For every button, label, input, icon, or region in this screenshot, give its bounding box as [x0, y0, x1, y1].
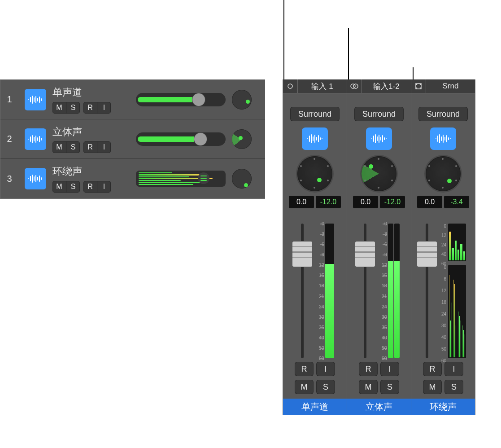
peak-readout[interactable]: -12.0 — [316, 196, 341, 208]
input-label: Srnd — [426, 82, 475, 91]
stereo-circles-icon — [347, 79, 362, 93]
mute-button[interactable]: M — [52, 141, 66, 153]
output-selector[interactable]: Surround — [418, 107, 468, 121]
audio-waveform-icon[interactable] — [25, 89, 46, 110]
mini-scale-bot: 0612182430405060 — [435, 265, 447, 358]
track-name[interactable]: 立体声 — [52, 125, 133, 139]
mute-button[interactable]: M — [423, 380, 442, 394]
input-monitor-button[interactable]: I — [97, 181, 111, 193]
record-input-pair: R I — [83, 102, 111, 114]
input-monitor-button[interactable]: I — [316, 362, 335, 376]
solo-button[interactable]: S — [444, 380, 463, 394]
channel-strip-mono: 输入 1 Surround 0.0 -12.0 0369121518212430… — [283, 79, 347, 415]
record-input-pair: R I — [83, 181, 111, 193]
mute-button[interactable]: M — [52, 181, 66, 193]
volume-fader[interactable] — [420, 224, 434, 358]
peak-readout[interactable]: -12.0 — [380, 196, 405, 208]
audio-waveform-icon[interactable] — [366, 127, 392, 150]
record-enable-button[interactable]: R — [83, 102, 97, 114]
volume-fader[interactable] — [296, 224, 309, 358]
mini-scale-top: 012244060 — [435, 224, 447, 261]
surround-panner[interactable] — [297, 156, 332, 191]
gain-readout[interactable]: 0.0 — [289, 196, 314, 208]
input-label: 输入 1 — [298, 81, 347, 92]
track-name[interactable]: 单声道 — [52, 86, 133, 99]
record-enable-button[interactable]: R — [83, 141, 97, 153]
channel-name[interactable]: 环绕声 — [411, 399, 475, 415]
input-selector[interactable]: 输入1-2 — [347, 79, 411, 93]
track-number: 3 — [0, 174, 18, 184]
solo-button[interactable]: S — [66, 102, 80, 114]
channel-name[interactable]: 立体声 — [347, 399, 411, 415]
level-meter-stereo — [388, 224, 400, 358]
input-monitor-button[interactable]: I — [97, 102, 111, 114]
solo-button[interactable]: S — [316, 380, 335, 394]
record-input-pair: R I — [83, 141, 111, 153]
volume-slider[interactable] — [136, 132, 226, 146]
surround-meter-upper — [448, 224, 466, 261]
fader-cap[interactable] — [292, 242, 312, 267]
input-monitor-button[interactable]: I — [444, 362, 463, 376]
mute-button[interactable]: M — [359, 380, 378, 394]
peak-readout[interactable]: -3.4 — [444, 196, 469, 208]
svg-point-24 — [288, 84, 292, 88]
output-selector[interactable]: Surround — [354, 107, 404, 121]
svg-point-47 — [420, 84, 421, 85]
svg-point-48 — [416, 88, 418, 89]
input-selector[interactable]: 输入 1 — [283, 79, 347, 93]
track-number: 2 — [0, 134, 18, 144]
pan-knob[interactable] — [232, 90, 252, 110]
output-selector[interactable]: Surround — [290, 107, 340, 121]
track-number: 1 — [0, 94, 18, 105]
surround-panner[interactable] — [362, 156, 396, 191]
pan-knob[interactable] — [232, 129, 252, 149]
input-label: 输入1-2 — [362, 81, 411, 92]
surround-volume-meter[interactable] — [136, 171, 226, 187]
record-enable-button[interactable]: R — [83, 181, 97, 193]
audio-waveform-icon[interactable] — [302, 127, 328, 150]
mute-solo-pair: M S — [52, 102, 80, 114]
audio-waveform-icon[interactable] — [25, 168, 46, 189]
record-enable-button[interactable]: R — [359, 362, 378, 376]
slider-knob[interactable] — [192, 93, 205, 106]
solo-button[interactable]: S — [66, 181, 80, 193]
channel-name[interactable]: 单声道 — [283, 399, 347, 415]
solo-button[interactable]: S — [66, 141, 80, 153]
surround-square-icon — [411, 79, 426, 93]
pan-knob[interactable] — [232, 169, 252, 189]
record-enable-button[interactable]: R — [423, 362, 442, 376]
mute-button[interactable]: M — [52, 102, 66, 114]
svg-point-46 — [416, 84, 418, 85]
surround-panner[interactable] — [426, 156, 461, 191]
mute-button[interactable]: M — [295, 380, 314, 394]
record-enable-button[interactable]: R — [295, 362, 314, 376]
audio-waveform-icon[interactable] — [430, 127, 456, 150]
track-header-list: 1 单声道 M S R I — [0, 79, 265, 199]
volume-slider[interactable] — [136, 93, 226, 106]
svg-point-35 — [353, 84, 358, 88]
input-monitor-button[interactable]: I — [380, 362, 399, 376]
track-row[interactable]: 2 立体声 M S R I — [0, 119, 265, 159]
channel-strip-surround: Srnd Surround 0.0 -3.4 012244060 — [411, 79, 475, 415]
solo-button[interactable]: S — [380, 380, 399, 394]
mute-solo-pair: M S — [52, 141, 80, 153]
slider-knob[interactable] — [198, 172, 209, 184]
volume-fader[interactable] — [358, 224, 372, 358]
surround-meter-lower — [448, 265, 466, 358]
slider-knob[interactable] — [194, 133, 207, 145]
track-row[interactable]: 3 环绕声 M S R I — [0, 159, 265, 198]
fader-scale-0: 036912151821243035405060 — [310, 224, 324, 358]
input-monitor-button[interactable]: I — [97, 141, 111, 153]
gain-readout[interactable]: 0.0 — [417, 196, 442, 208]
gain-readout[interactable]: 0.0 — [353, 196, 378, 208]
audio-waveform-icon[interactable] — [25, 128, 46, 150]
svg-point-49 — [420, 88, 421, 89]
level-meter — [325, 224, 334, 358]
fader-cap[interactable] — [355, 242, 375, 267]
mixer-panel: 输入 1 Surround 0.0 -12.0 0369121518212430… — [283, 79, 475, 415]
fader-scale-1: 036912151821243035405060 — [373, 224, 387, 358]
mono-circle-icon — [283, 79, 298, 93]
track-name[interactable]: 环绕声 — [52, 165, 133, 178]
input-selector[interactable]: Srnd — [411, 79, 475, 93]
track-row[interactable]: 1 单声道 M S R I — [0, 80, 265, 119]
